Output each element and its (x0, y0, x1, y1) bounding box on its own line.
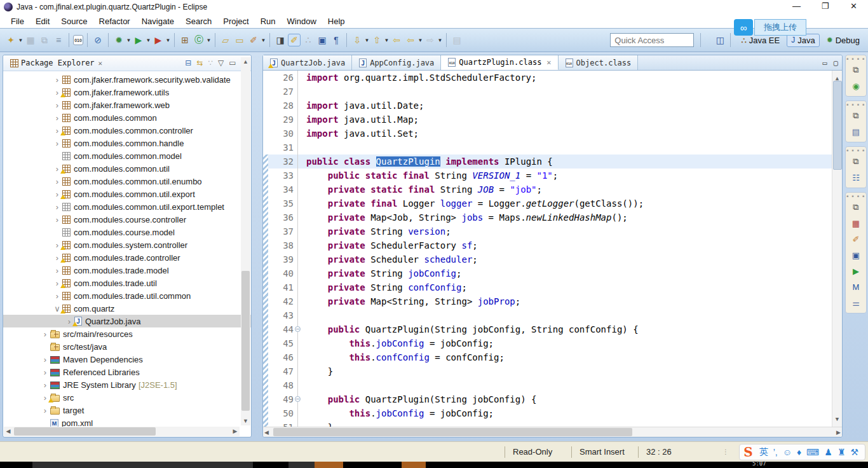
checklist-view-icon[interactable]: ☷ (849, 170, 863, 184)
project-tree[interactable]: ›com.jfaker.framework.security.web.valid… (3, 71, 251, 437)
tree-item[interactable]: src/test/java (3, 340, 251, 353)
beans-view-icon[interactable]: ◉ (849, 79, 863, 93)
show-source-icon[interactable]: ▣ (316, 34, 329, 46)
tree-item[interactable]: ›src (3, 391, 251, 404)
tree-collapse-arrow-icon[interactable]: › (41, 406, 50, 415)
new-java-class-icon-dropdown[interactable]: ▼ (206, 38, 212, 43)
minimize-editor-icon[interactable]: ▭ (823, 59, 827, 67)
debug-icon[interactable]: ✹ (112, 34, 125, 46)
code-area[interactable]: 26import org.quartz.impl.StdSchedulerFac… (263, 71, 842, 427)
code-line[interactable]: 34 private static final String JOB = "jo… (263, 182, 842, 196)
code-line[interactable]: 45 this.jobConfig = jobConfig; (263, 336, 842, 350)
code-line[interactable]: 43 (263, 308, 842, 322)
editor-vscrollbar[interactable]: ▲ ▼ (832, 71, 842, 427)
servers-view-icon[interactable]: ▶ (849, 264, 863, 278)
lang-indicator[interactable]: 英 (759, 446, 768, 458)
show-whitespace-icon[interactable]: ¶ (330, 34, 342, 46)
back-icon[interactable]: ⇦ (404, 34, 417, 46)
code-line[interactable]: 42 private Map<String, String> jobProp; (263, 294, 842, 308)
tree-item[interactable]: ›Maven Dependencies (3, 353, 251, 366)
code-line[interactable]: 32public class QuartzPlugin implements I… (263, 155, 842, 169)
code-line[interactable]: 41 private String confConfig; (263, 280, 842, 294)
code-line[interactable]: 33 public static final String VERSION_1 … (263, 169, 842, 182)
prev-annotation-icon-dropdown[interactable]: ▼ (384, 38, 390, 43)
debug-perspective[interactable]: ✹Debug (822, 34, 864, 47)
code-line[interactable]: 48 (263, 378, 842, 392)
debug-icon-dropdown[interactable]: ▼ (126, 38, 132, 43)
package-explorer-tab[interactable]: Package Explorer ✕ (6, 59, 106, 67)
menu-file[interactable]: File (5, 15, 30, 27)
open-task-icon[interactable]: ▱ (219, 34, 232, 46)
menu-run[interactable]: Run (255, 15, 281, 27)
external-tools-icon[interactable]: ∴ (302, 34, 315, 46)
code-line[interactable]: 31 (263, 141, 842, 155)
save-all-icon[interactable]: ⧉ (38, 34, 51, 46)
tree-item[interactable]: ›target (3, 404, 251, 416)
code-line[interactable]: 44– public QuartzPlugin(String jobConfig… (263, 322, 842, 336)
view-close-icon[interactable]: ✕ (98, 59, 103, 67)
code-line[interactable]: 36 private Map<Job, String> jobs = Maps.… (263, 210, 842, 224)
tree-item[interactable]: com.modules.common.model (3, 149, 251, 162)
sogou-logo-icon[interactable]: S (743, 444, 752, 460)
tree-collapse-arrow-icon[interactable]: › (53, 75, 62, 85)
open-perspective-icon[interactable]: ◫ (714, 34, 726, 46)
tree-item[interactable]: ›Referenced Libraries (3, 366, 251, 378)
tree-collapse-arrow-icon[interactable]: › (41, 355, 50, 364)
forward-icon[interactable]: ⇨ (424, 34, 437, 46)
code-line[interactable]: 47 } (263, 364, 842, 378)
menu-search[interactable]: Search (180, 15, 217, 27)
forward-icon-dropdown[interactable]: ▼ (437, 38, 443, 43)
focus-task-icon[interactable]: ∵ (208, 59, 213, 67)
menu-navigate[interactable]: Navigate (136, 15, 180, 27)
console-view-icon[interactable]: ▣ (849, 248, 863, 262)
format-brush-icon-dropdown[interactable]: ▼ (261, 38, 266, 43)
next-annotation-icon[interactable]: ⇩ (351, 34, 363, 46)
tree-item[interactable]: ›com.modules.common (3, 111, 251, 124)
tree-item[interactable]: ›com.modules.trade.util (3, 277, 251, 289)
editor-tab-object-class[interactable]: 010Object.class (559, 55, 639, 70)
menu-refactor[interactable]: Refactor (93, 15, 136, 27)
tree-collapse-arrow-icon[interactable]: › (41, 380, 50, 390)
menu-help[interactable]: Help (322, 15, 351, 27)
skip-breakpoints-icon[interactable]: ⊘ (92, 34, 104, 46)
maven-repositories-view-icon[interactable]: M (849, 280, 863, 294)
code-line[interactable]: 30import java.util.Set; (263, 127, 842, 141)
view-menu-icon[interactable]: ▽ (218, 59, 224, 67)
code-line[interactable]: 38 private SchedulerFactory sf; (263, 238, 842, 252)
open-resource-icon[interactable]: ▭ (233, 34, 246, 46)
highlighter-icon[interactable]: ✐ (288, 34, 301, 46)
menu-window[interactable]: Window (281, 15, 322, 27)
tree-item[interactable]: ›JRE System Library[J2SE-1.5] (3, 378, 251, 391)
tree-item[interactable]: ›com.modules.common.handle (3, 137, 251, 149)
toolbox-icon[interactable]: ⚒ (850, 447, 858, 457)
last-edit-location-icon[interactable]: ⇦ (390, 34, 403, 46)
explorer-hscrollbar[interactable]: ◀ ▶ (4, 427, 240, 436)
restore-view-icon[interactable]: ⧉ (849, 155, 863, 169)
tree-collapse-arrow-icon[interactable]: › (41, 329, 50, 339)
code-line[interactable]: 50 this.jobConfig = jobConfig; (263, 406, 842, 420)
run-last-icon[interactable]: ▶ (152, 34, 165, 46)
tree-item[interactable]: ›com.jfaker.framework.utils (3, 86, 251, 99)
code-line[interactable]: 28import java.util.Date; (263, 99, 842, 113)
menu-edit[interactable]: Edit (30, 15, 55, 27)
run-icon[interactable]: ▶ (132, 34, 145, 46)
tab-close-icon[interactable]: ✕ (546, 58, 551, 67)
code-line[interactable]: 51 } (263, 420, 842, 427)
outline-view-icon[interactable]: ▤ (849, 125, 863, 139)
punctuation-icon[interactable]: ’, (773, 447, 778, 457)
tree-collapse-arrow-icon[interactable]: › (53, 100, 62, 110)
tree-item[interactable]: ›com.modules.common.util.enumbo (3, 175, 251, 188)
close-button[interactable]: ✕ (839, 0, 868, 14)
run-icon-dropdown[interactable]: ▼ (146, 38, 151, 43)
editor-tab-quartzplugin-class[interactable]: 010QuartzPlugin.class✕ (441, 55, 558, 70)
new-wizard-icon-dropdown[interactable]: ▼ (18, 38, 24, 43)
code-line[interactable]: 27 (263, 85, 842, 99)
tree-collapse-arrow-icon[interactable]: › (53, 291, 62, 301)
maximize-editor-icon[interactable]: ▢ (834, 59, 838, 67)
skin-icon[interactable]: ♜ (837, 447, 846, 457)
tree-item[interactable]: ›com.modules.system.controller (3, 238, 251, 251)
tree-item[interactable]: ›com.modules.common.controller (3, 124, 251, 137)
fold-marker-icon[interactable]: – (295, 326, 301, 332)
tree-item[interactable]: ›com.modules.common.util.export.templet (3, 200, 251, 213)
code-line[interactable]: 49– public QuartzPlugin(String jobConfig… (263, 392, 842, 406)
